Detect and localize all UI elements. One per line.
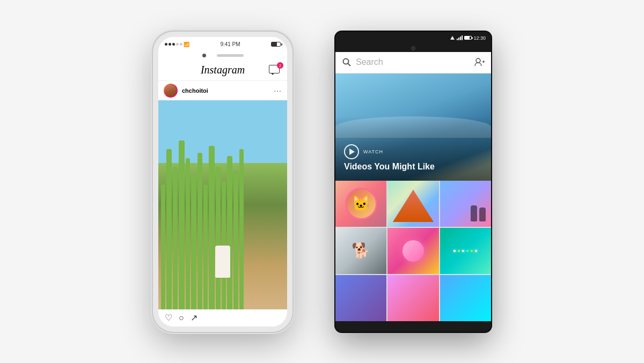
post-header: chchoitoi ··· <box>158 81 287 100</box>
signal-bar-1 <box>457 39 458 40</box>
android-battery-icon <box>464 36 472 40</box>
cactus-14 <box>239 149 244 309</box>
play-icon <box>349 149 355 155</box>
signal-dot-3 <box>172 43 175 46</box>
iphone-clock: 9:41 PM <box>220 41 240 47</box>
cactus-4 <box>179 140 185 309</box>
android-device: 12:30 Search <box>335 32 491 332</box>
video-watch-label: WATCH <box>344 144 435 159</box>
fw-dot-2 <box>458 250 460 252</box>
battery-fill <box>272 42 277 46</box>
svg-point-1 <box>343 59 349 64</box>
post-actions-bar: ♡ ○ ↗ <box>158 309 287 327</box>
cactus-13 <box>233 171 238 309</box>
grid-item-4[interactable]: 🐕 <box>335 228 386 274</box>
grid-item-6[interactable] <box>440 228 491 274</box>
android-front-cam-icon <box>411 46 415 50</box>
fireworks-content <box>440 228 491 274</box>
fw-dot-1 <box>453 250 456 252</box>
grid-item-8[interactable] <box>387 275 438 321</box>
cat-face: 🐱 <box>347 189 376 218</box>
signal-dot-5 <box>180 43 182 46</box>
iphone-signal: 📶 <box>165 42 189 47</box>
post-image <box>158 100 287 309</box>
grid-item-3[interactable] <box>440 181 491 227</box>
video-title: Videos You Might Like <box>344 161 435 172</box>
grid-item-5[interactable] <box>387 228 438 274</box>
main-scene: 📶 9:41 PM Instagram 2 <box>0 0 644 363</box>
share-button[interactable]: ↗ <box>191 313 197 323</box>
cactus-10 <box>216 167 221 309</box>
cacti-group <box>158 131 287 309</box>
android-nav-bar <box>335 321 491 332</box>
fw-dot-3 <box>462 250 464 252</box>
grid-item-1[interactable]: 🐱 <box>335 181 386 227</box>
search-icon <box>342 57 352 67</box>
user-avatar[interactable] <box>164 84 178 98</box>
svg-marker-0 <box>450 36 455 40</box>
iphone-screen: 📶 9:41 PM Instagram 2 <box>158 37 287 327</box>
cotton-candy-content <box>387 228 438 274</box>
notification-badge: 2 <box>277 62 283 69</box>
front-camera-icon <box>202 54 206 57</box>
cactus-3 <box>173 167 178 309</box>
cat-circle: 🐱 <box>345 188 377 220</box>
cactus-8 <box>203 184 208 309</box>
signal-bar-3 <box>460 36 461 40</box>
signal-bars-icon <box>457 35 463 40</box>
avatar-image <box>165 85 177 97</box>
post-options-button[interactable]: ··· <box>274 86 282 95</box>
video-text-content: WATCH Videos You Might Like <box>344 144 435 172</box>
instagram-logo: Instagram <box>177 64 269 76</box>
cactus-9 <box>209 146 215 309</box>
cactus-1 <box>161 184 165 309</box>
svg-point-3 <box>476 58 480 63</box>
android-battery-fill <box>465 36 469 39</box>
iphone-device: 📶 9:41 PM Instagram 2 <box>153 32 292 332</box>
grid-item-2[interactable] <box>387 181 438 227</box>
android-clock: 12:30 <box>473 35 486 41</box>
android-search-bar[interactable]: Search <box>335 52 491 73</box>
search-input-placeholder[interactable]: Search <box>356 57 470 67</box>
iphone-camera-bar <box>158 52 287 60</box>
wifi-icon: 📶 <box>184 42 189 47</box>
grid-item-9[interactable] <box>440 275 491 321</box>
like-button[interactable]: ♡ <box>165 313 172 323</box>
cotton-candy-shape <box>402 240 424 262</box>
comment-button[interactable]: ○ <box>179 313 184 323</box>
watch-label-text: WATCH <box>363 149 383 154</box>
android-screen: Search <box>335 52 491 321</box>
cactus-12 <box>227 156 232 309</box>
post-username[interactable]: chchoitoi <box>182 87 269 94</box>
android-status-bar: 12:30 <box>335 32 491 45</box>
video-section[interactable]: WATCH Videos You Might Like <box>335 73 491 181</box>
cactus-7 <box>197 153 202 309</box>
signal-dot-2 <box>169 43 171 46</box>
add-person-icon[interactable] <box>474 57 485 68</box>
iphone-status-bar: 📶 9:41 PM <box>158 37 287 52</box>
wifi-signal-icon <box>450 35 455 41</box>
signal-dot-1 <box>165 43 167 46</box>
photo-grid: 🐱 🐕 <box>335 181 491 321</box>
signal-bar-4 <box>462 35 463 40</box>
person-2 <box>479 208 486 221</box>
cactus-2 <box>166 149 172 309</box>
android-front-camera-bar <box>335 45 491 52</box>
iphone-battery <box>271 42 281 47</box>
android-status-icons: 12:30 <box>450 35 486 41</box>
dog-emoji: 🐕 <box>352 242 370 260</box>
fw-dot-5 <box>471 250 473 252</box>
person-silhouette <box>215 246 230 278</box>
svg-line-2 <box>348 64 351 66</box>
play-button[interactable] <box>344 144 359 159</box>
grid-item-7[interactable] <box>335 275 386 321</box>
messages-button[interactable]: 2 <box>269 65 281 75</box>
iphone-app-header: Instagram 2 <box>158 60 287 81</box>
cactus-overlay <box>158 100 287 309</box>
fw-dot-4 <box>466 250 469 252</box>
tent-shape <box>393 190 434 222</box>
signal-bar-2 <box>458 38 459 40</box>
signal-dot-4 <box>176 43 179 46</box>
cactus-6 <box>191 176 196 309</box>
dog-content: 🐕 <box>335 228 386 274</box>
